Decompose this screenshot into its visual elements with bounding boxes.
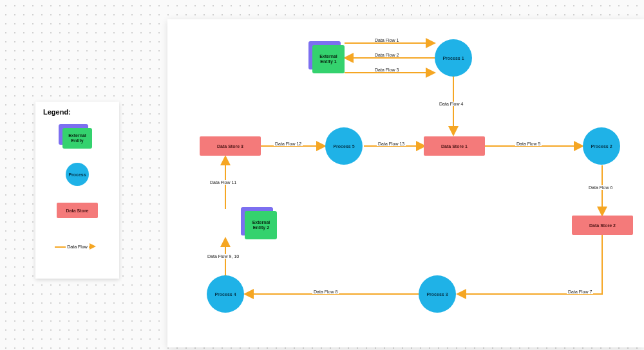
flow-label-3: Data Flow 3 [374, 68, 400, 72]
node-process-1[interactable]: Process 1 [435, 39, 472, 77]
legend-flow-shape: Data Flow [55, 240, 100, 253]
legend-row-process: Process [43, 158, 111, 190]
legend-row-flow: Data Flow [43, 230, 111, 262]
legend-process-shape: Process [66, 163, 89, 186]
flow-label-13: Data Flow 13 [377, 142, 406, 146]
legend-flow-label: Data Flow [66, 244, 89, 249]
node-data-store-1[interactable]: Data Store 1 [424, 136, 485, 156]
legend-entity-label: External Entity [62, 128, 92, 149]
flow-label-8: Data Flow 8 [312, 290, 339, 294]
flow-label-12: Data Flow 12 [274, 142, 303, 146]
flow-label-7: Data Flow 7 [567, 290, 593, 294]
legend-store-shape: Data Store [57, 203, 98, 218]
node-label-ext1: External Entity 1 [312, 45, 345, 73]
node-data-store-3[interactable]: Data Store 3 [200, 136, 261, 156]
node-process-4[interactable]: Process 4 [207, 275, 244, 313]
flow-label-5: Data Flow 5 [515, 142, 542, 146]
diagram-canvas[interactable]: Data Flow 1 Data Flow 2 Data Flow 3 Data… [167, 19, 644, 347]
flow-label-6: Data Flow 6 [587, 185, 614, 190]
flow-label-11: Data Flow 11 [209, 180, 238, 185]
node-process-3[interactable]: Process 3 [419, 275, 456, 313]
legend-row-entity: External Entity [43, 122, 111, 154]
node-external-entity-1[interactable]: External Entity 1 [312, 45, 345, 73]
flow-label-1: Data Flow 1 [374, 38, 400, 42]
legend-panel: Legend: External Entity Process Data Sto… [35, 102, 119, 279]
node-data-store-2[interactable]: Data Store 2 [572, 216, 633, 235]
legend-title: Legend: [43, 108, 111, 116]
node-label-ext2: External Entity 2 [245, 211, 277, 239]
legend-row-store: Data Store [43, 194, 111, 226]
legend-entity-shape: External Entity [62, 128, 92, 149]
flow-label-9-10: Data Flow 9, 10 [206, 254, 240, 259]
flow-label-4: Data Flow 4 [438, 102, 464, 106]
node-process-5[interactable]: Process 5 [325, 127, 363, 165]
flow-label-2: Data Flow 2 [374, 53, 400, 57]
node-external-entity-2[interactable]: External Entity 2 [245, 211, 277, 239]
node-process-2[interactable]: Process 2 [583, 127, 620, 165]
